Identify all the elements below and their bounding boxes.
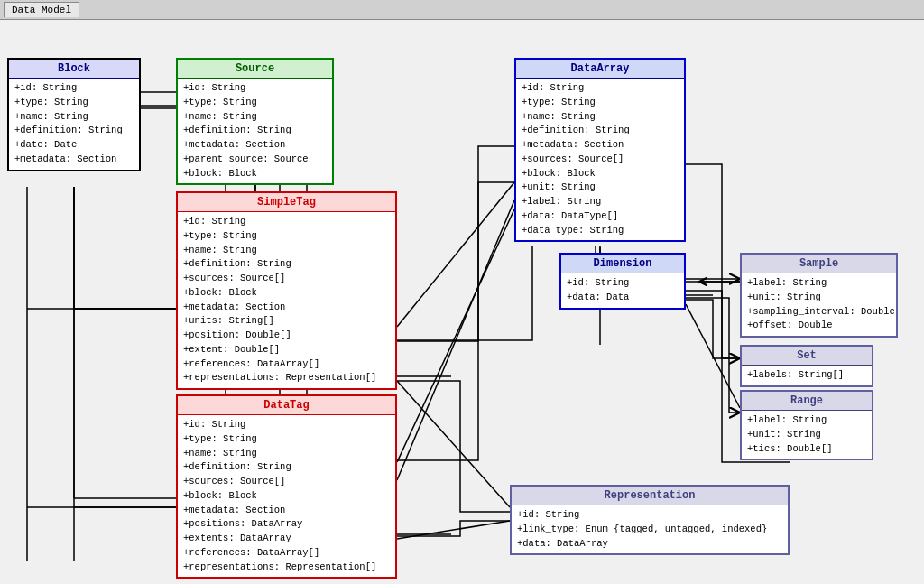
source-title: Source (178, 60, 332, 79)
dimension-attrs: +id: String +data: Data (561, 273, 684, 308)
tab-data-model[interactable]: Data Model (4, 2, 79, 17)
dataarray-box: DataArray +id: String +type: String +nam… (514, 58, 686, 242)
simpletag-attrs: +id: String +type: String +name: String … (178, 212, 395, 388)
dataarray-title: DataArray (516, 60, 684, 79)
block-box: Block +id: String +type: String +name: S… (7, 58, 141, 171)
svg-line-12 (397, 521, 510, 539)
source-box: Source +id: String +type: String +name: … (176, 58, 334, 185)
diagram-area: Block +id: String +type: String +name: S… (0, 20, 924, 584)
svg-line-10 (397, 381, 510, 507)
simpletag-box: SimpleTag +id: String +type: String +nam… (176, 191, 397, 390)
set-attrs: +labels: String[] (742, 366, 872, 385)
svg-line-13 (397, 209, 514, 462)
datatag-title: DataTag (178, 396, 395, 415)
svg-line-9 (397, 182, 514, 327)
representation-title: Representation (512, 487, 788, 505)
source-attrs: +id: String +type: String +name: String … (178, 79, 332, 183)
set-title: Set (742, 347, 872, 366)
sample-attrs: +label: String +unit: String +sampling_i… (742, 273, 896, 336)
range-title: Range (742, 392, 872, 411)
svg-line-11 (397, 200, 514, 480)
svg-line-24 (686, 304, 740, 408)
dimension-title: Dimension (561, 255, 684, 273)
sample-title: Sample (742, 255, 896, 273)
datatag-box: DataTag +id: String +type: String +name:… (176, 394, 397, 579)
dataarray-attrs: +id: String +type: String +name: String … (516, 79, 684, 240)
range-attrs: +label: String +unit: String +tics: Doub… (742, 411, 872, 459)
dimension-box: Dimension +id: String +data: Data (559, 253, 686, 310)
datatag-attrs: +id: String +type: String +name: String … (178, 415, 395, 577)
block-attrs: +id: String +type: String +name: String … (9, 79, 139, 170)
set-box: Set +labels: String[] (740, 345, 873, 387)
representation-box: Representation +id: String +link_type: E… (510, 485, 790, 555)
block-title: Block (9, 60, 139, 79)
range-box: Range +label: String +unit: String +tics… (740, 390, 873, 460)
simpletag-title: SimpleTag (178, 193, 395, 212)
sample-box: Sample +label: String +unit: String +sam… (740, 253, 898, 338)
tab-bar: Data Model (0, 0, 924, 20)
representation-attrs: +id: String +link_type: Enum {tagged, un… (512, 505, 788, 553)
